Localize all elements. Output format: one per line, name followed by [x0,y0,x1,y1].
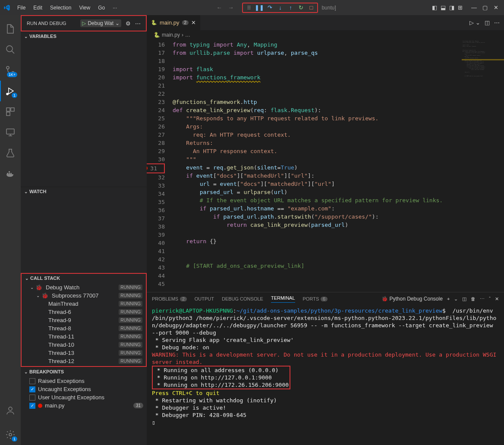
toggle-panel-bottom-icon[interactable]: ⬓ [441,4,446,11]
checkbox-checked-icon[interactable]: ✓ [29,403,35,409]
callstack-item[interactable]: ⌄🐞Subprocess 77007RUNNING [22,291,146,300]
callstack-item[interactable]: Thread-8RUNNING [22,324,146,332]
checkbox-icon[interactable] [29,395,35,401]
tab-ports[interactable]: PORTS6 [303,296,328,301]
close-tab-icon[interactable]: ✕ [191,19,196,26]
main-menu: FileEditSelectionViewGo··· [14,3,120,13]
split-terminal-icon[interactable]: ◫ [462,296,466,302]
chevron-right-icon: › [182,32,183,38]
callstack-item[interactable]: Thread-6RUNNING [22,308,146,316]
checkbox-icon[interactable] [29,378,35,384]
testing-icon[interactable] [0,143,21,163]
callstack-item[interactable]: ⌄🐞Debug WatchRUNNING [22,283,146,291]
status-badge: RUNNING [119,309,142,315]
chevron-down-icon: ⌄ [25,276,28,281]
scm-badge: 1K+ [7,72,17,77]
python-file-icon: 🐍 [154,32,160,38]
explorer-icon[interactable] [0,19,21,39]
svg-rect-7 [6,129,14,134]
bp-user-uncaught[interactable]: User Uncaught Exceptions [21,393,147,401]
callstack-item[interactable]: MainThreadRUNNING [22,300,146,308]
tab-main-py[interactable]: 🐍 main.py 2 ✕ [147,15,201,30]
drag-handle-icon[interactable]: ⁝⁝ [246,4,252,11]
maximize-icon[interactable]: ▢ [482,4,489,11]
pause-icon[interactable]: ❚❚ [256,4,263,11]
terminal-output[interactable]: pierrick@LAPTOP-HKU5PNNG:~/git/add-ons-s… [147,305,504,445]
svg-rect-11 [9,171,10,172]
svg-rect-5 [11,108,14,111]
more-icon[interactable]: ⋯ [480,296,485,302]
editor-area: 🐍 main.py 2 ✕ ▷ ⌄ ◫ ⋯ 🐍 main.py › … 1617… [147,15,504,445]
bp-raised-exceptions[interactable]: Raised Exceptions [21,377,147,385]
gear-icon[interactable]: ⚙ [126,20,131,27]
status-badge: RUNNING [119,285,142,290]
breakpoint-dot-icon[interactable] [147,166,148,170]
nav-forward-icon[interactable]: → [228,4,233,11]
svg-rect-10 [10,173,12,174]
more-actions-icon[interactable]: ⋯ [494,19,500,26]
variables-header[interactable]: ⌄VARIABLES [21,32,147,41]
step-out-icon[interactable]: ↑ [287,4,294,11]
new-terminal-icon[interactable]: + [447,296,450,301]
breadcrumb[interactable]: 🐍 main.py › … [147,30,504,40]
close-panel-icon[interactable]: ✕ [495,296,499,302]
menu-···[interactable]: ··· [109,3,120,13]
debug-config-dropdown[interactable]: ▷ Debug Wat ⌄ [80,19,121,27]
minimap[interactable]: from typing import Any, Mapping from url… [462,40,504,292]
accounts-icon[interactable] [0,400,21,421]
tab-output[interactable]: OUTPUT [195,296,214,301]
breakpoints-section: ⌄BREAKPOINTS Raised Exceptions ✓Uncaught… [21,367,147,411]
toggle-panel-right-icon[interactable]: ◨ [449,4,454,11]
watch-header[interactable]: ⌄WATCH [21,187,147,196]
docker-icon[interactable] [0,163,21,184]
minimize-icon[interactable]: — [471,4,478,11]
maximize-panel-icon[interactable]: ˆ [489,296,491,301]
menu-view[interactable]: View [76,3,94,13]
close-icon[interactable]: ✕ [494,4,501,11]
chevron-down-icon[interactable]: ⌄ [476,19,480,26]
callstack-header[interactable]: ⌄CALL STACK [22,274,146,282]
callstack-item[interactable]: Thread-9RUNNING [22,316,146,324]
step-over-icon[interactable]: ↷ [266,4,273,11]
chevron-down-icon[interactable]: ⌄ [454,296,458,302]
nav-back-icon[interactable]: ← [216,4,222,11]
customize-layout-icon[interactable]: ⊞ [458,4,463,11]
search-icon[interactable] [0,39,21,60]
menu-go[interactable]: Go [94,3,108,13]
source-control-icon[interactable]: 1K+ [0,60,21,81]
remote-explorer-icon[interactable] [0,122,21,143]
kill-terminal-icon[interactable]: 🗑 [471,296,476,301]
python-file-icon: 🐍 [151,20,157,25]
run-file-icon[interactable]: ▷ [469,19,474,26]
bp-uncaught-exceptions[interactable]: ✓Uncaught Exceptions [21,385,147,393]
stop-icon[interactable]: □ [308,4,315,11]
checkbox-checked-icon[interactable]: ✓ [29,386,35,392]
bug-icon: 🐞 [35,284,42,291]
code-editor[interactable]: 1617181920212223242526272829303132333435… [147,40,504,292]
callstack-item[interactable]: Thread-11RUNNING [22,332,146,341]
run-debug-icon[interactable]: 1 [0,81,21,101]
watch-section: ⌄WATCH [21,187,147,273]
split-editor-icon[interactable]: ◫ [485,19,490,26]
step-into-icon[interactable]: ↓ [277,4,284,11]
tab-problems[interactable]: PROBLEMS2 [152,296,187,301]
svg-point-1 [6,66,9,69]
menu-selection[interactable]: Selection [47,3,75,13]
bp-file-main[interactable]: ✓main.py31 [21,401,147,410]
toggle-panel-left-icon[interactable]: ◧ [432,4,437,11]
callstack-item[interactable]: Thread-10RUNNING [22,341,146,349]
window-title: buntu] [321,5,336,11]
menu-edit[interactable]: Edit [30,3,46,13]
status-badge: RUNNING [119,350,142,356]
tab-terminal[interactable]: TERMINAL [271,295,295,303]
more-icon[interactable]: ⋯ [135,20,141,27]
extensions-icon[interactable] [0,101,21,122]
callstack-item[interactable]: Thread-13RUNNING [22,349,146,357]
settings-icon[interactable]: 1 [0,424,21,445]
editor-tabs: 🐍 main.py 2 ✕ ▷ ⌄ ◫ ⋯ [147,15,504,30]
breakpoints-header[interactable]: ⌄BREAKPOINTS [21,367,147,376]
callstack-item[interactable]: Thread-12RUNNING [22,357,146,365]
tab-debug-console[interactable]: DEBUG CONSOLE [222,296,263,301]
menu-file[interactable]: File [14,3,29,13]
restart-icon[interactable]: ↻ [297,4,304,11]
